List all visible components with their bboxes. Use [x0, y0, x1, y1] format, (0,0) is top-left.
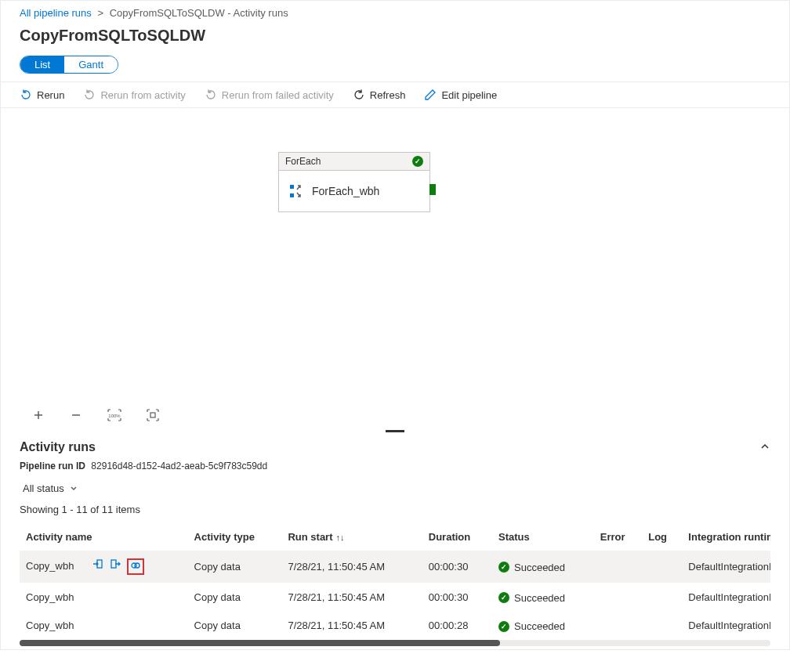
- row-type: Copy data: [188, 583, 282, 612]
- runid-value: 82916d48-d152-4ad2-aeab-5c9f783c59dd: [91, 461, 267, 471]
- chevron-down-icon: [69, 484, 78, 493]
- col-activity-type[interactable]: Activity type: [188, 523, 282, 551]
- rerun-failed-icon: [205, 89, 217, 101]
- svg-point-7: [135, 563, 140, 568]
- row-integration: DefaultIntegrationRuntime: [682, 551, 770, 583]
- col-integration[interactable]: Integration runtime: [682, 523, 770, 551]
- canvas-toolbar: 100%: [32, 409, 159, 421]
- input-icon[interactable]: [92, 558, 103, 575]
- rerun-failed-button: Rerun from failed activity: [205, 89, 334, 101]
- edit-pipeline-button[interactable]: Edit pipeline: [424, 89, 497, 101]
- breadcrumb-current: CopyFromSQLToSQLDW - Activity runs: [110, 7, 288, 19]
- col-error[interactable]: Error: [594, 523, 642, 551]
- edit-label: Edit pipeline: [441, 89, 497, 101]
- success-icon: [498, 592, 509, 603]
- activity-runs-heading: Activity runs: [20, 440, 96, 454]
- activity-runs-table: Activity name Activity type Run start↑↓ …: [20, 523, 770, 640]
- output-icon[interactable]: [110, 558, 121, 575]
- col-activity-name[interactable]: Activity name: [20, 523, 188, 551]
- chevron-up-icon: [759, 441, 770, 452]
- foreach-node-type: ForEach: [285, 156, 321, 167]
- svg-rect-3: [150, 413, 155, 417]
- row-type: Copy data: [188, 612, 282, 641]
- row-duration: 00:00:30: [422, 551, 492, 583]
- zoom-100-icon[interactable]: 100%: [107, 409, 121, 421]
- row-status: Succeeded: [514, 620, 565, 632]
- row-error: [594, 612, 642, 641]
- rerun-activity-button: Rerun from activity: [83, 89, 185, 101]
- table-row[interactable]: Copy_wbh Copy data 7/28/21, 11:50:45 AM …: [20, 551, 770, 583]
- pipeline-run-id: Pipeline run ID 82916d48-d152-4ad2-aeab-…: [20, 461, 770, 481]
- activity-runs-section: Activity runs Pipeline run ID 82916d48-d…: [1, 428, 789, 640]
- foreach-icon: [288, 183, 304, 199]
- row-duration: 00:00:28: [422, 612, 492, 641]
- col-run-start[interactable]: Run start↑↓: [281, 523, 422, 551]
- row-start: 7/28/21, 11:50:45 AM: [281, 612, 422, 641]
- foreach-node-body: ForEach_wbh: [279, 171, 429, 211]
- row-start: 7/28/21, 11:50:45 AM: [281, 551, 422, 583]
- horizontal-scrollbar[interactable]: [20, 640, 770, 648]
- refresh-label: Refresh: [370, 89, 406, 101]
- svg-text:100%: 100%: [108, 414, 121, 418]
- row-log: [642, 612, 682, 641]
- status-filter-label: All status: [23, 482, 64, 494]
- table-scroll[interactable]: Activity name Activity type Run start↑↓ …: [20, 523, 770, 640]
- details-icon[interactable]: [127, 558, 144, 575]
- rerun-label: Rerun: [37, 89, 64, 101]
- status-filter-dropdown[interactable]: All status: [20, 481, 82, 496]
- tab-list[interactable]: List: [20, 56, 64, 73]
- pipeline-canvas[interactable]: ForEach ForEach_wbh 100%: [1, 108, 789, 428]
- table-row[interactable]: Copy_wbh Copy data 7/28/21, 11:50:45 AM …: [20, 612, 770, 641]
- rerun-activity-icon: [83, 89, 96, 101]
- tab-gantt[interactable]: Gantt: [64, 56, 118, 73]
- refresh-button[interactable]: Refresh: [353, 89, 406, 101]
- pencil-icon: [424, 89, 437, 101]
- table-row[interactable]: Copy_wbh Copy data 7/28/21, 11:50:45 AM …: [20, 583, 770, 612]
- foreach-node[interactable]: ForEach ForEach_wbh: [278, 152, 430, 212]
- sort-icon: ↑↓: [336, 533, 345, 542]
- row-name: Copy_wbh: [20, 583, 188, 612]
- success-icon: [412, 156, 423, 167]
- breadcrumb-root-link[interactable]: All pipeline runs: [20, 7, 92, 19]
- node-connector[interactable]: [429, 184, 436, 195]
- row-integration: DefaultIntegrationRuntime: [682, 583, 770, 612]
- rerun-button[interactable]: Rerun: [20, 89, 64, 101]
- row-error: [594, 551, 642, 583]
- foreach-node-name: ForEach_wbh: [312, 185, 379, 197]
- view-toggle: List Gantt: [20, 56, 118, 74]
- col-status[interactable]: Status: [492, 523, 594, 551]
- svg-rect-1: [290, 193, 294, 197]
- toolbar: Rerun Rerun from activity Rerun from fai…: [1, 81, 789, 108]
- row-status: Succeeded: [514, 562, 565, 573]
- runid-label: Pipeline run ID: [20, 461, 85, 471]
- row-log: [642, 583, 682, 612]
- foreach-node-header: ForEach: [279, 153, 429, 171]
- row-duration: 00:00:30: [422, 583, 492, 612]
- breadcrumb-sep: >: [97, 7, 103, 19]
- row-status: Succeeded: [514, 592, 565, 604]
- showing-counter: Showing 1 - 11 of 11 items: [20, 504, 770, 523]
- zoom-fit-icon[interactable]: [147, 409, 159, 421]
- success-icon: [498, 621, 509, 632]
- row-log: [642, 551, 682, 583]
- page-title: CopyFromSQLToSQLDW: [1, 22, 789, 56]
- col-log[interactable]: Log: [642, 523, 682, 551]
- view-tabs: List Gantt: [1, 56, 789, 81]
- col-duration[interactable]: Duration: [422, 523, 492, 551]
- svg-rect-0: [290, 185, 294, 189]
- zoom-in-icon[interactable]: [32, 409, 45, 421]
- rerun-failed-label: Rerun from failed activity: [222, 89, 334, 101]
- rerun-activity-label: Rerun from activity: [100, 89, 185, 101]
- success-icon: [498, 562, 509, 573]
- row-integration: DefaultIntegrationRuntime: [682, 612, 770, 641]
- row-name: Copy_wbh: [20, 612, 188, 641]
- row-start: 7/28/21, 11:50:45 AM: [281, 583, 422, 612]
- zoom-out-icon[interactable]: [70, 409, 82, 421]
- row-type: Copy data: [188, 551, 282, 583]
- refresh-icon: [353, 89, 365, 101]
- collapse-button[interactable]: [759, 441, 770, 454]
- row-error: [594, 583, 642, 612]
- rerun-icon: [20, 89, 32, 101]
- breadcrumb: All pipeline runs > CopyFromSQLToSQLDW -…: [1, 1, 789, 22]
- row-name: Copy_wbh: [26, 560, 74, 572]
